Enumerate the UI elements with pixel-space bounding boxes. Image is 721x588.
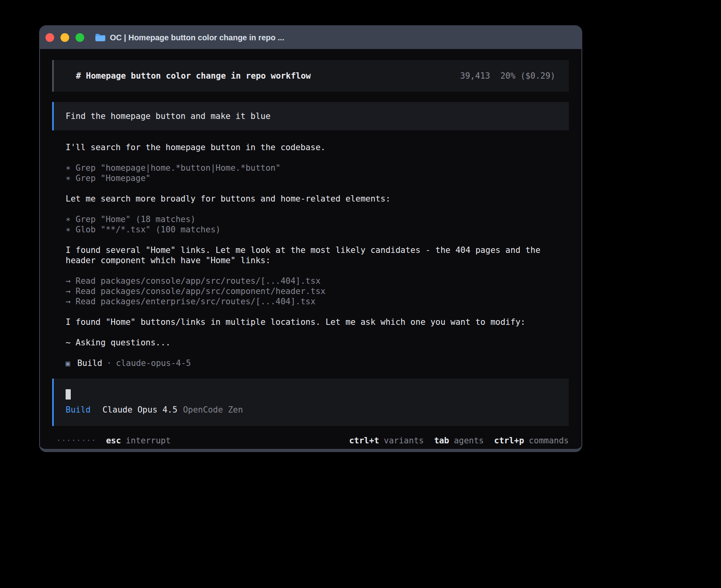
window-title: OC | Homepage button color change in rep…: [110, 33, 284, 42]
titlebar[interactable]: OC | Homepage button color change in rep…: [40, 26, 581, 49]
provider-name: OpenCode Zen: [183, 405, 243, 415]
token-count: 39,413: [460, 71, 490, 81]
assistant-text: I'll search for the homepage button in t…: [66, 142, 569, 153]
traffic-lights: [45, 33, 84, 42]
variants-label: variants: [384, 436, 424, 445]
tool-call-read: → Read packages/enterprise/src/routes/[.…: [66, 296, 569, 307]
status-bar: ········ escinterrupt ctrl+tvariants tab…: [52, 435, 569, 446]
agent-name: Build: [77, 358, 102, 368]
commands-label: commands: [529, 436, 569, 445]
tool-call-grep: ∗ Grep "Homepage": [66, 173, 569, 183]
desktop: OC | Homepage button color change in rep…: [0, 0, 721, 588]
ctrl-t-key: ctrl+t: [349, 436, 379, 445]
terminal-content: # Homepage button color change in repo w…: [40, 49, 581, 449]
tool-call-grep: ∗ Grep "homepage|home.*button|Home.*butt…: [66, 163, 569, 173]
tab-key: tab: [434, 436, 449, 445]
minimize-button[interactable]: [60, 33, 69, 42]
input-status-line: Build Claude Opus 4.5 OpenCode Zen: [66, 405, 557, 415]
prompt-input[interactable]: Build Claude Opus 4.5 OpenCode Zen: [52, 379, 569, 426]
session-title: # Homepage button color change in repo w…: [76, 71, 311, 81]
tool-call-group: ∗ Grep "Home" (18 matches) ∗ Glob "**/*.…: [66, 214, 569, 235]
esc-key: esc: [106, 436, 121, 445]
assistant-text: I found "Home" buttons/links in multiple…: [66, 317, 569, 327]
status-bar-left: ········ escinterrupt: [56, 435, 171, 446]
status-bar-right: ctrl+tvariants tabagents ctrl+pcommands: [349, 435, 569, 446]
session-header: # Homepage button color change in repo w…: [52, 60, 569, 92]
transcript: I'll search for the homepage button in t…: [52, 142, 569, 368]
agent-icon: ▣: [66, 358, 70, 368]
working-status: ~ Asking questions...: [66, 337, 569, 348]
tool-call-group: ∗ Grep "homepage|home.*button|Home.*butt…: [66, 163, 569, 183]
tool-call-grep: ∗ Grep "Home" (18 matches): [66, 214, 569, 224]
tool-call-glob: ∗ Glob "**/*.tsx" (100 matches): [66, 224, 569, 235]
context-cost: 20% ($0.29): [500, 71, 555, 81]
close-button[interactable]: [45, 33, 54, 42]
hint-commands: ctrl+pcommands: [494, 435, 569, 446]
agent-status-line: ▣ Build · claude-opus-4-5: [66, 358, 569, 368]
assistant-text: Let me search more broadly for buttons a…: [66, 194, 569, 204]
hint-agents: tabagents: [434, 435, 484, 446]
folder-icon: [95, 33, 106, 42]
agents-label: agents: [454, 436, 484, 445]
assistant-text: I found several "Home" links. Let me loo…: [66, 245, 569, 266]
esc-label: interrupt: [126, 436, 171, 445]
hint-variants: ctrl+tvariants: [349, 435, 424, 446]
spinner-dots: ········: [56, 435, 96, 446]
agent-model: claude-opus-4-5: [116, 358, 191, 368]
tool-call-read: → Read packages/console/app/src/routes/[…: [66, 276, 569, 286]
hint-interrupt: escinterrupt: [106, 435, 171, 446]
tool-call-read: → Read packages/console/app/src/componen…: [66, 286, 569, 296]
user-message-text: Find the homepage button and make it blu…: [66, 111, 270, 121]
session-meta: 39,413 20% ($0.29): [460, 71, 555, 81]
agent-separator: ·: [107, 358, 112, 368]
tool-call-group: → Read packages/console/app/src/routes/[…: [66, 276, 569, 307]
user-message: Find the homepage button and make it blu…: [52, 102, 569, 130]
text-cursor: [66, 389, 71, 400]
model-name: Claude Opus 4.5: [102, 405, 177, 415]
zoom-button[interactable]: [75, 33, 84, 42]
terminal-window: OC | Homepage button color change in rep…: [39, 25, 582, 452]
agent-selector[interactable]: Build: [66, 405, 91, 415]
title-area: OC | Homepage button color change in rep…: [95, 33, 284, 42]
ctrl-p-key: ctrl+p: [494, 436, 524, 445]
